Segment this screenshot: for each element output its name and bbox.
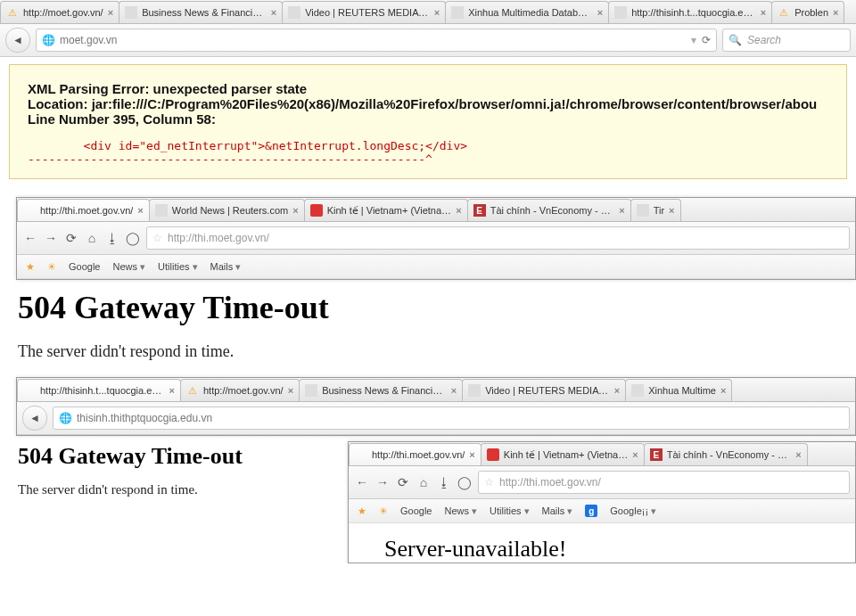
close-icon[interactable]: × <box>833 7 838 18</box>
tab-label: Problen <box>794 7 828 18</box>
tab-label: http://thi.moet.gov.vn/ <box>40 205 133 216</box>
browser-tab[interactable]: ETài chính - VnEconomy - Nhịp số...× <box>644 443 808 465</box>
browser-tab[interactable]: World News | Reuters.com× <box>149 199 305 221</box>
bookmark-item[interactable]: Utilities <box>490 505 530 517</box>
browser-tab[interactable]: ⚠http://moet.gov.vn/× <box>0 1 119 23</box>
star-icon[interactable]: ☆ <box>484 476 494 489</box>
browser-tab[interactable]: Kinh tế | Vietnam+ (VietnamPlus)× <box>481 443 645 465</box>
globe-icon: 🌐 <box>59 412 71 424</box>
back-button[interactable]: ◄ <box>22 406 47 431</box>
back-button[interactable]: ← <box>354 474 370 490</box>
browser-tab[interactable]: http://thisinh.t...tquocgia.edu.vn/× <box>17 379 181 401</box>
forward-button[interactable]: → <box>374 474 391 490</box>
win4-url-text: http://thi.moet.gov.vn/ <box>499 476 601 489</box>
browser-tab[interactable]: ⚠Problen× <box>771 1 844 23</box>
bookmark-item[interactable]: Mails <box>542 505 573 517</box>
close-icon[interactable]: × <box>108 7 113 18</box>
close-icon[interactable]: × <box>614 385 620 396</box>
close-icon[interactable]: × <box>795 449 801 460</box>
bookmark-item[interactable]: News <box>112 261 145 273</box>
home-button[interactable]: ⌂ <box>84 230 100 246</box>
page-icon <box>23 204 36 217</box>
close-icon[interactable]: × <box>761 7 766 18</box>
reload-button[interactable]: ⟳ <box>63 230 79 246</box>
close-icon[interactable]: × <box>169 385 175 396</box>
xml-error-box: XML Parsing Error: unexpected parser sta… <box>9 64 847 179</box>
close-icon[interactable]: × <box>137 205 143 216</box>
close-icon[interactable]: × <box>632 449 638 460</box>
win2-bookmark-bar: ★☀GoogleNewsUtilitiesMails <box>17 255 855 279</box>
bookmark-item[interactable]: Google¡¡ <box>610 505 656 517</box>
window-4: http://thi.moet.gov.vn/×Kinh tế | Vietna… <box>348 441 856 563</box>
tab-label: Business News & Financial ... <box>322 385 447 396</box>
tab-label: http://moet.gov.vn/ <box>23 7 103 18</box>
bookmark-item[interactable]: News <box>444 505 477 517</box>
browser-tab[interactable]: Xinhua Multime× <box>625 379 732 401</box>
win3-url-text: thisinh.thithptquocgia.edu.vn <box>77 412 212 424</box>
warning-icon: ⚠ <box>186 384 199 397</box>
tab-label: http://moet.gov.vn/ <box>203 385 284 396</box>
site-icon <box>305 384 317 397</box>
download-button[interactable]: ⭳ <box>436 474 452 490</box>
bookmark-star-icon[interactable]: ★ <box>26 261 35 273</box>
site-icon <box>155 204 168 217</box>
tab-label: World News | Reuters.com <box>172 205 288 216</box>
browser-tab[interactable]: ⚠http://moet.gov.vn/× <box>180 379 300 401</box>
bookmark-star-icon[interactable]: ★ <box>358 505 366 517</box>
close-icon[interactable]: × <box>456 205 461 216</box>
stop-button[interactable]: ◯ <box>457 474 473 490</box>
site-icon <box>631 384 644 397</box>
bookmark-item[interactable]: Google <box>400 505 432 516</box>
site-icon <box>637 204 649 217</box>
page-icon <box>23 384 36 397</box>
vneconomy-icon: E <box>473 204 486 217</box>
stop-button[interactable]: ◯ <box>125 230 141 246</box>
download-button[interactable]: ⭳ <box>104 230 120 246</box>
back-button[interactable]: ◄ <box>5 28 30 53</box>
google-icon: g <box>585 505 597 517</box>
bookmark-item[interactable]: Mails <box>210 261 242 273</box>
tab-label: http://thi.moet.gov.vn/ <box>372 449 465 460</box>
vietnamplus-icon <box>310 204 323 217</box>
win4-url-input[interactable]: ☆ http://thi.moet.gov.vn/ <box>478 471 850 494</box>
browser-tab[interactable]: Tir× <box>630 199 681 221</box>
close-icon[interactable]: × <box>288 385 293 396</box>
win3-tabbar: http://thisinh.t...tquocgia.edu.vn/×⚠htt… <box>17 378 855 402</box>
close-icon[interactable]: × <box>469 449 474 460</box>
reload-button[interactable]: ⟳ <box>395 474 411 490</box>
home-button[interactable]: ⌂ <box>416 474 432 490</box>
close-icon[interactable]: × <box>292 205 298 216</box>
browser-tab[interactable]: ETài chính - VnEconomy - Nhịp s...× <box>467 199 631 221</box>
tab-label: Xinhua Multimedia Database <box>468 7 593 18</box>
close-icon[interactable]: × <box>597 7 603 18</box>
browser-tab[interactable]: Xinhua Multimedia Database× <box>445 1 609 23</box>
site-icon <box>288 6 300 19</box>
browser-tab[interactable]: Video | REUTERS MEDIA E...× <box>462 379 626 401</box>
outer-url-input[interactable]: 🌐 moet.gov.vn ▾ ⟳ <box>36 29 717 52</box>
browser-tab[interactable]: Kinh tế | Vietnam+ (VietnamPlus)× <box>304 199 468 221</box>
close-icon[interactable]: × <box>720 385 726 396</box>
browser-tab[interactable]: Business News & Financial ...× <box>299 379 463 401</box>
tab-label: Tài chính - VnEconomy - Nhịp số... <box>667 449 792 461</box>
win2-url-input[interactable]: ☆ http://thi.moet.gov.vn/ <box>146 226 850 250</box>
browser-tab[interactable]: Business News & Financial ...× <box>119 1 283 23</box>
browser-tab[interactable]: http://thi.moet.gov.vn/× <box>17 199 150 221</box>
reload-icon[interactable]: ⟳ <box>702 34 711 46</box>
forward-button[interactable]: → <box>43 230 59 246</box>
browser-tab[interactable]: http://thisinh.t...tquocgia.edu.vn/× <box>608 1 772 23</box>
bookmark-item[interactable]: Google <box>69 261 100 272</box>
outer-url-text: moet.gov.vn <box>60 34 117 46</box>
close-icon[interactable]: × <box>434 7 440 18</box>
browser-tab[interactable]: Video | REUTERS MEDIA E...× <box>282 1 446 23</box>
close-icon[interactable]: × <box>669 205 674 216</box>
browser-tab[interactable]: http://thi.moet.gov.vn/× <box>349 443 482 465</box>
close-icon[interactable]: × <box>619 205 624 216</box>
close-icon[interactable]: × <box>271 7 276 18</box>
win3-navbar: ◄ 🌐 thisinh.thithptquocgia.edu.vn <box>17 402 855 435</box>
win3-url-input[interactable]: 🌐 thisinh.thithptquocgia.edu.vn <box>53 407 850 430</box>
bookmark-item[interactable]: Utilities <box>158 261 198 273</box>
back-button[interactable]: ← <box>22 230 38 246</box>
close-icon[interactable]: × <box>451 385 457 396</box>
star-icon[interactable]: ☆ <box>152 232 162 244</box>
outer-search-input[interactable]: 🔍 Search <box>722 29 851 52</box>
